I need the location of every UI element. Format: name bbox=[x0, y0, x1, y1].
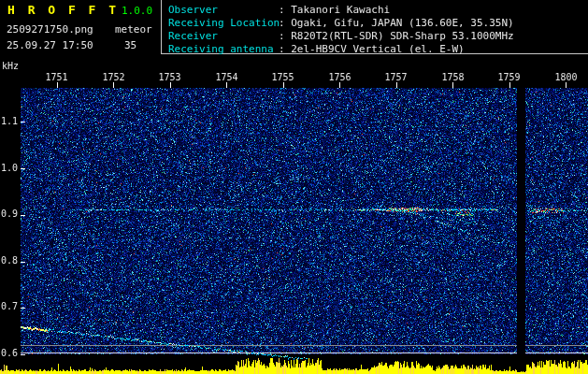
version-label: 1.0.0 bbox=[122, 6, 152, 16]
x-tick-label: 1755 bbox=[270, 72, 295, 82]
y-tick-label: 0.6 bbox=[0, 348, 18, 358]
info-row: Receiver: R820T2(RTL-SDR) SDR-Sharp 53.1… bbox=[168, 30, 514, 42]
header-vertical-separator bbox=[161, 0, 162, 54]
mode-label: meteor bbox=[115, 24, 152, 35]
info-label: Receiving Location bbox=[168, 17, 279, 29]
info-value: : 2el-HB9CV Vertical (el. E-W) bbox=[279, 43, 465, 55]
meteor-count: 35 bbox=[124, 40, 136, 50]
x-tick-label: 1752 bbox=[101, 72, 126, 82]
hrofft-screen: { "header": { "title": "H R O F F T", "v… bbox=[0, 0, 588, 374]
x-tick-label: 1754 bbox=[214, 72, 239, 82]
x-tick-label: 1758 bbox=[440, 72, 466, 82]
info-row: Receiving Location: Ogaki, Gifu, JAPAN (… bbox=[168, 17, 514, 29]
y-tick-label: 1.0 bbox=[0, 163, 18, 173]
y-axis-unit-label: kHz bbox=[2, 62, 19, 71]
x-tick-label: 1753 bbox=[157, 72, 182, 82]
info-value: : R820T2(RTL-SDR) SDR-Sharp 53.1000MHz bbox=[279, 30, 514, 42]
info-row: Receiving antenna: 2el-HB9CV Vertical (e… bbox=[168, 43, 514, 55]
x-tick-label: 1756 bbox=[327, 72, 352, 82]
y-tick-label: 0.7 bbox=[0, 301, 18, 311]
x-tick-label: 1751 bbox=[44, 72, 69, 82]
app-title: H R O F F T bbox=[7, 4, 119, 16]
y-tick-label: 0.8 bbox=[0, 255, 18, 266]
info-label: Observer bbox=[168, 4, 279, 16]
info-value: : Ogaki, Gifu, JAPAN (136.60E, 35.35N) bbox=[279, 17, 514, 29]
output-filename: 2509271750.png bbox=[7, 24, 93, 35]
x-tick-label: 1759 bbox=[496, 72, 522, 82]
observer-info: Observer: Takanori Kawachi Receiving Loc… bbox=[168, 4, 514, 56]
info-label: Receiving antenna bbox=[168, 43, 279, 55]
info-value: : Takanori Kawachi bbox=[279, 4, 390, 16]
spectrogram-canvas bbox=[0, 0, 588, 374]
y-tick-label: 1.1 bbox=[0, 116, 18, 126]
datetime-label: 25.09.27 17:50 bbox=[7, 40, 93, 50]
info-row: Observer: Takanori Kawachi bbox=[168, 4, 514, 16]
info-label: Receiver bbox=[168, 30, 279, 42]
x-tick-label: 1800 bbox=[553, 72, 579, 82]
x-tick-label: 1757 bbox=[383, 72, 409, 82]
y-tick-label: 0.9 bbox=[0, 209, 18, 219]
